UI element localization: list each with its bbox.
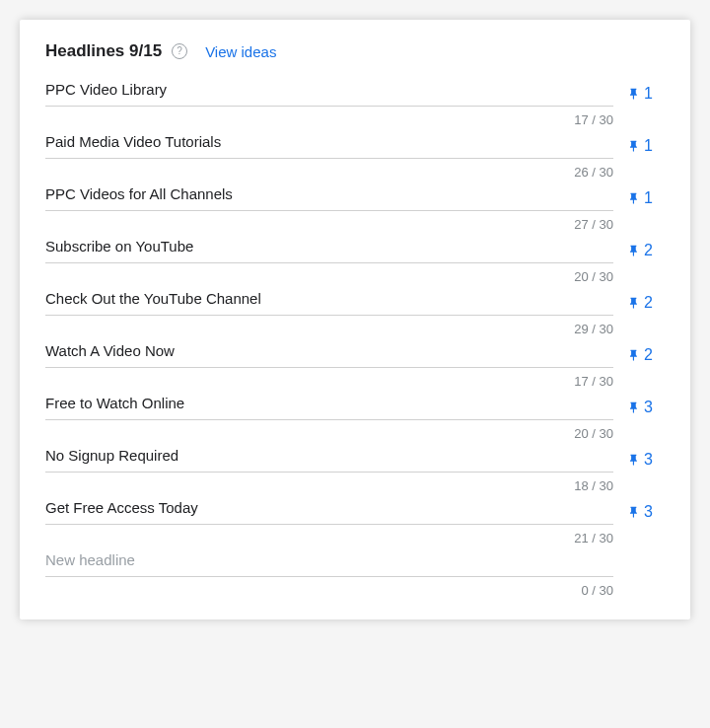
counter-row: 26 / 30 [45,159,613,180]
headline-row: Check Out the YouTube Channel29 / 302 [45,284,665,336]
char-counter: 29 / 30 [574,322,613,336]
char-counter: 17 / 30 [574,112,613,127]
counter-row: 20 / 30 [45,420,613,441]
pin-icon [627,452,641,468]
header-row: Headlines 9/15 ? View ideas [45,41,665,61]
pin-icon [627,400,641,415]
char-counter: 27 / 30 [574,217,613,232]
pin-position: 1 [644,85,653,103]
headline-row: Get Free Access Today21 / 303 [45,493,665,546]
headline-row: Watch A Video Now17 / 302 [45,336,665,389]
pin-icon [627,347,641,363]
headline-row: Subscribe on YouTube20 / 302 [45,232,665,284]
headline-row: Paid Media Video Tutorials26 / 301 [45,127,665,180]
headline-field: Free to Watch Online20 / 30 [45,389,613,441]
headlines-list: PPC Video Library17 / 301Paid Media Vide… [45,75,665,598]
pin-position: 1 [644,137,653,155]
char-counter: 21 / 30 [574,531,613,546]
char-counter: 20 / 30 [574,269,613,284]
pin-icon [627,295,641,311]
headline-row: Free to Watch Online20 / 303 [45,389,665,441]
pin-position: 2 [644,294,653,312]
counter-row: 21 / 30 [45,525,613,546]
headline-text[interactable]: Check Out the YouTube Channel [45,284,613,315]
counter-row: 17 / 30 [45,368,613,389]
headline-field: Get Free Access Today21 / 30 [45,493,613,546]
char-counter: 18 / 30 [574,478,613,493]
pin-icon [627,243,641,258]
headline-field: Paid Media Video Tutorials26 / 30 [45,127,613,180]
headline-text[interactable]: Free to Watch Online [45,389,613,419]
headline-field: Subscribe on YouTube20 / 30 [45,232,613,284]
pin-control[interactable]: 1 [627,75,665,103]
pin-position: 3 [644,451,653,469]
pin-position: 2 [644,346,653,364]
headlines-card: Headlines 9/15 ? View ideas PPC Video Li… [20,20,690,619]
pin-control[interactable]: 2 [627,336,665,364]
char-counter: 20 / 30 [574,426,613,441]
counter-row: 29 / 30 [45,316,613,336]
headline-text[interactable]: PPC Videos for All Channels [45,180,613,210]
headline-text[interactable]: PPC Video Library [45,75,613,106]
counter-row: 27 / 30 [45,211,613,232]
pin-control[interactable]: 3 [627,389,665,416]
pin-control[interactable]: 2 [627,284,665,312]
counter-row: 20 / 30 [45,263,613,284]
headline-field: PPC Video Library17 / 30 [45,75,613,127]
headline-row: PPC Video Library17 / 301 [45,75,665,127]
headline-field: PPC Videos for All Channels27 / 30 [45,180,613,232]
char-counter: 0 / 30 [581,583,613,598]
char-counter: 17 / 30 [574,374,613,389]
pin-icon [627,504,641,520]
headline-field: Check Out the YouTube Channel29 / 30 [45,284,613,336]
section-title: Headlines 9/15 [45,41,162,61]
headline-text[interactable]: No Signup Required [45,441,613,472]
pin-position: 3 [644,399,653,416]
pin-control[interactable]: 2 [627,232,665,259]
view-ideas-link[interactable]: View ideas [205,43,276,60]
headline-text[interactable]: Paid Media Video Tutorials [45,127,613,158]
pin-position: 2 [644,242,653,259]
pin-icon [627,190,641,206]
headline-text[interactable]: Get Free Access Today [45,493,613,524]
pin-icon [627,86,641,102]
counter-row: 0 / 30 [45,577,613,598]
pin-position: 3 [644,503,653,521]
pin-position: 1 [644,189,653,207]
headline-field: No Signup Required18 / 30 [45,441,613,493]
headline-text[interactable]: Watch A Video Now [45,336,613,367]
help-icon[interactable]: ? [172,43,187,59]
counter-row: 18 / 30 [45,473,613,493]
pin-icon [627,138,641,154]
pin-control[interactable]: 3 [627,441,665,469]
pin-control[interactable]: 3 [627,493,665,521]
headline-placeholder[interactable]: New headline [45,546,613,576]
headline-field: Watch A Video Now17 / 30 [45,336,613,389]
pin-control[interactable]: 1 [627,180,665,207]
headline-row: PPC Videos for All Channels27 / 301 [45,180,665,232]
headline-row: No Signup Required18 / 303 [45,441,665,493]
char-counter: 26 / 30 [574,165,613,180]
counter-row: 17 / 30 [45,107,613,127]
new-headline-row: New headline0 / 30 [45,546,665,598]
headline-field: New headline0 / 30 [45,546,613,598]
headline-text[interactable]: Subscribe on YouTube [45,232,613,262]
pin-control[interactable]: 1 [627,127,665,155]
